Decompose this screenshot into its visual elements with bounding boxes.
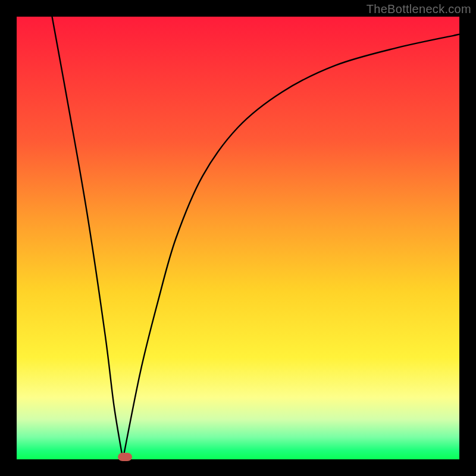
plot-area — [17, 17, 459, 459]
curve-line — [52, 17, 459, 459]
chart-frame: TheBottleneck.com — [0, 0, 476, 476]
minimum-marker — [118, 453, 132, 461]
watermark-label: TheBottleneck.com — [367, 2, 471, 16]
bottleneck-curve — [17, 17, 459, 459]
